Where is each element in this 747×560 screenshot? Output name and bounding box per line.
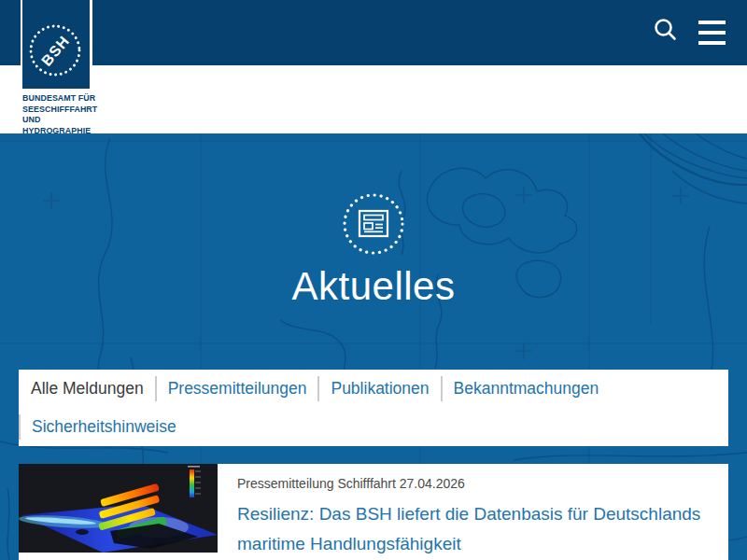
news-category: Pressemitteilung Schifffahrt [237,476,396,491]
news-article-icon [342,192,405,256]
hamburger-icon [698,21,726,24]
tab-divider [317,376,319,401]
news-headline-link[interactable]: Resilienz: Das BSH liefert die Datenbasi… [237,499,712,559]
tab-divider [441,376,443,401]
news-filter-tabs: Alle Meldungen Pressemitteilungen Publik… [19,370,728,446]
news-card[interactable]: Pressemitteilung Schifffahrt 27.04.2026 … [19,464,728,560]
tab-row-2: Sicherheitshinweise [19,408,728,446]
tab-divider [19,414,21,440]
tab-publikationen[interactable]: Publikationen [331,379,429,399]
svg-text:BSH: BSH [38,33,73,69]
hamburger-menu-button[interactable] [697,20,728,46]
bsh-logo-seal-icon: BSH [22,0,90,89]
news-card-body: Pressemitteilung Schifffahrt 27.04.2026 … [237,464,728,559]
tab-pressemitteilungen[interactable]: Pressemitteilungen [168,379,307,399]
news-kicker: Pressemitteilung Schifffahrt 27.04.2026 [237,476,715,491]
org-name: BUNDESAMT FÜR SEESCHIFFFAHRT UND HYDROGR… [22,92,97,135]
tab-row-1: Alle Meldungen Pressemitteilungen Publik… [19,370,728,408]
top-navigation-bar [0,0,747,65]
sonar-wreck-image [19,464,218,553]
hero-news-badge [342,192,405,256]
search-icon [650,15,682,47]
bsh-logo[interactable]: BSH [21,0,92,89]
search-button[interactable] [649,15,683,49]
tab-alle-meldungen[interactable]: Alle Meldungen [31,379,144,399]
tab-divider [155,376,157,401]
news-card-image [19,464,218,553]
news-date: 27.04.2026 [400,476,465,491]
tab-bekanntmachungen[interactable]: Bekanntmachungen [454,379,599,399]
page-title: Aktuelles [0,264,747,309]
page: BSH BUNDESAMT FÜR SEESCHIFFFAHRT UND HYD… [0,0,747,560]
tab-sicherheitshinweise[interactable]: Sicherheitshinweise [32,417,176,437]
